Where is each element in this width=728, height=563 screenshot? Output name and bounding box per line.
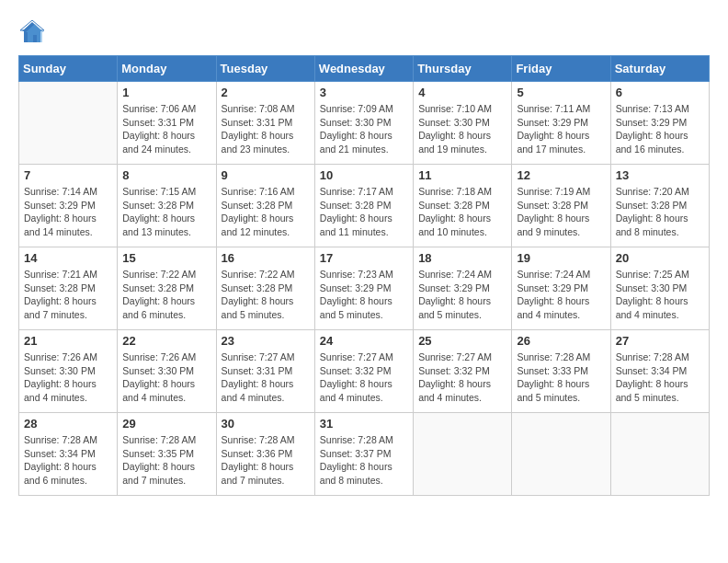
calendar-cell: 3Sunrise: 7:09 AM Sunset: 3:30 PM Daylig… xyxy=(314,82,413,165)
day-number: 8 xyxy=(122,168,210,182)
calendar-header-row: SundayMondayTuesdayWednesdayThursdayFrid… xyxy=(19,56,710,82)
day-content: Sunrise: 7:16 AM Sunset: 3:28 PM Dayligh… xyxy=(222,185,310,239)
day-content: Sunrise: 7:14 AM Sunset: 3:29 PM Dayligh… xyxy=(24,185,112,239)
calendar-week-row: 1Sunrise: 7:06 AM Sunset: 3:31 PM Daylig… xyxy=(19,82,710,165)
calendar-cell: 18Sunrise: 7:24 AM Sunset: 3:29 PM Dayli… xyxy=(414,247,512,330)
day-number: 25 xyxy=(418,334,506,348)
calendar-cell: 14Sunrise: 7:21 AM Sunset: 3:28 PM Dayli… xyxy=(19,247,118,330)
day-number: 13 xyxy=(616,168,704,182)
day-number: 26 xyxy=(517,334,605,348)
day-number: 20 xyxy=(616,251,704,265)
day-content: Sunrise: 7:22 AM Sunset: 3:28 PM Dayligh… xyxy=(122,268,210,322)
day-number: 29 xyxy=(122,417,210,431)
calendar-cell: 6Sunrise: 7:13 AM Sunset: 3:29 PM Daylig… xyxy=(610,82,709,165)
calendar-cell: 23Sunrise: 7:27 AM Sunset: 3:31 PM Dayli… xyxy=(216,330,314,413)
day-content: Sunrise: 7:17 AM Sunset: 3:28 PM Dayligh… xyxy=(320,185,408,239)
day-number: 19 xyxy=(517,251,605,265)
calendar-cell: 4Sunrise: 7:10 AM Sunset: 3:30 PM Daylig… xyxy=(414,82,512,165)
day-content: Sunrise: 7:10 AM Sunset: 3:30 PM Dayligh… xyxy=(418,102,506,156)
day-content: Sunrise: 7:24 AM Sunset: 3:29 PM Dayligh… xyxy=(418,268,506,322)
day-content: Sunrise: 7:18 AM Sunset: 3:28 PM Dayligh… xyxy=(418,185,506,239)
page-header xyxy=(18,18,710,46)
calendar-cell: 5Sunrise: 7:11 AM Sunset: 3:29 PM Daylig… xyxy=(512,82,610,165)
calendar-day-header: Monday xyxy=(118,56,216,82)
day-content: Sunrise: 7:13 AM Sunset: 3:29 PM Dayligh… xyxy=(616,102,704,156)
day-number: 28 xyxy=(24,417,112,431)
day-content: Sunrise: 7:28 AM Sunset: 3:36 PM Dayligh… xyxy=(222,433,310,488)
calendar-cell: 12Sunrise: 7:19 AM Sunset: 3:28 PM Dayli… xyxy=(512,165,610,247)
calendar-table: SundayMondayTuesdayWednesdayThursdayFrid… xyxy=(18,55,710,496)
day-number: 5 xyxy=(517,86,605,99)
logo xyxy=(18,18,50,46)
day-content: Sunrise: 7:15 AM Sunset: 3:28 PM Dayligh… xyxy=(122,185,210,239)
day-content: Sunrise: 7:21 AM Sunset: 3:28 PM Dayligh… xyxy=(24,268,112,322)
day-content: Sunrise: 7:28 AM Sunset: 3:35 PM Dayligh… xyxy=(122,433,210,488)
calendar-week-row: 7Sunrise: 7:14 AM Sunset: 3:29 PM Daylig… xyxy=(19,165,710,247)
calendar-cell: 20Sunrise: 7:25 AM Sunset: 3:30 PM Dayli… xyxy=(610,247,709,330)
day-content: Sunrise: 7:27 AM Sunset: 3:32 PM Dayligh… xyxy=(320,350,408,405)
day-content: Sunrise: 7:26 AM Sunset: 3:30 PM Dayligh… xyxy=(24,350,112,405)
calendar-header: SundayMondayTuesdayWednesdayThursdayFrid… xyxy=(19,56,710,82)
day-number: 10 xyxy=(320,168,408,182)
calendar-cell: 30Sunrise: 7:28 AM Sunset: 3:36 PM Dayli… xyxy=(216,413,314,496)
day-content: Sunrise: 7:25 AM Sunset: 3:30 PM Dayligh… xyxy=(616,268,704,322)
day-content: Sunrise: 7:19 AM Sunset: 3:28 PM Dayligh… xyxy=(517,185,605,239)
calendar-cell: 31Sunrise: 7:28 AM Sunset: 3:37 PM Dayli… xyxy=(314,413,413,496)
calendar-day-header: Thursday xyxy=(414,56,512,82)
day-number: 18 xyxy=(418,251,506,265)
day-number: 17 xyxy=(320,251,408,265)
day-content: Sunrise: 7:28 AM Sunset: 3:37 PM Dayligh… xyxy=(320,433,408,488)
day-number: 2 xyxy=(222,86,310,99)
calendar-cell: 28Sunrise: 7:28 AM Sunset: 3:34 PM Dayli… xyxy=(19,413,118,496)
calendar-cell: 27Sunrise: 7:28 AM Sunset: 3:34 PM Dayli… xyxy=(610,330,709,413)
day-content: Sunrise: 7:26 AM Sunset: 3:30 PM Dayligh… xyxy=(122,350,210,405)
day-content: Sunrise: 7:27 AM Sunset: 3:32 PM Dayligh… xyxy=(418,350,506,405)
calendar-cell: 29Sunrise: 7:28 AM Sunset: 3:35 PM Dayli… xyxy=(118,413,216,496)
day-number: 16 xyxy=(222,251,310,265)
calendar-day-header: Sunday xyxy=(19,56,118,82)
calendar-cell: 26Sunrise: 7:28 AM Sunset: 3:33 PM Dayli… xyxy=(512,330,610,413)
calendar-week-row: 28Sunrise: 7:28 AM Sunset: 3:34 PM Dayli… xyxy=(19,413,710,496)
day-content: Sunrise: 7:27 AM Sunset: 3:31 PM Dayligh… xyxy=(222,350,310,405)
calendar-cell: 2Sunrise: 7:08 AM Sunset: 3:31 PM Daylig… xyxy=(216,82,314,165)
day-content: Sunrise: 7:11 AM Sunset: 3:29 PM Dayligh… xyxy=(517,102,605,156)
day-number: 1 xyxy=(122,86,210,99)
day-number: 22 xyxy=(122,334,210,348)
day-number: 3 xyxy=(320,86,408,99)
calendar-cell: 7Sunrise: 7:14 AM Sunset: 3:29 PM Daylig… xyxy=(19,165,118,247)
calendar-day-header: Tuesday xyxy=(216,56,314,82)
day-number: 15 xyxy=(122,251,210,265)
day-number: 21 xyxy=(24,334,112,348)
day-number: 4 xyxy=(418,86,506,99)
calendar-cell: 24Sunrise: 7:27 AM Sunset: 3:32 PM Dayli… xyxy=(314,330,413,413)
calendar-day-header: Saturday xyxy=(610,56,709,82)
calendar-cell: 21Sunrise: 7:26 AM Sunset: 3:30 PM Dayli… xyxy=(19,330,118,413)
calendar-cell: 19Sunrise: 7:24 AM Sunset: 3:29 PM Dayli… xyxy=(512,247,610,330)
day-content: Sunrise: 7:24 AM Sunset: 3:29 PM Dayligh… xyxy=(517,268,605,322)
logo-icon xyxy=(18,18,46,46)
calendar-day-header: Friday xyxy=(512,56,610,82)
day-content: Sunrise: 7:28 AM Sunset: 3:34 PM Dayligh… xyxy=(616,350,704,405)
calendar-week-row: 14Sunrise: 7:21 AM Sunset: 3:28 PM Dayli… xyxy=(19,247,710,330)
day-number: 31 xyxy=(320,417,408,431)
calendar-cell: 8Sunrise: 7:15 AM Sunset: 3:28 PM Daylig… xyxy=(118,165,216,247)
calendar-cell xyxy=(414,413,512,496)
day-number: 24 xyxy=(320,334,408,348)
day-content: Sunrise: 7:06 AM Sunset: 3:31 PM Dayligh… xyxy=(122,102,210,156)
calendar-body: 1Sunrise: 7:06 AM Sunset: 3:31 PM Daylig… xyxy=(19,82,710,496)
day-number: 23 xyxy=(222,334,310,348)
day-number: 27 xyxy=(616,334,704,348)
day-number: 14 xyxy=(24,251,112,265)
calendar-cell: 13Sunrise: 7:20 AM Sunset: 3:28 PM Dayli… xyxy=(610,165,709,247)
day-number: 6 xyxy=(616,86,704,99)
calendar-cell: 16Sunrise: 7:22 AM Sunset: 3:28 PM Dayli… xyxy=(216,247,314,330)
calendar-cell: 1Sunrise: 7:06 AM Sunset: 3:31 PM Daylig… xyxy=(118,82,216,165)
day-content: Sunrise: 7:20 AM Sunset: 3:28 PM Dayligh… xyxy=(616,185,704,239)
calendar-cell: 15Sunrise: 7:22 AM Sunset: 3:28 PM Dayli… xyxy=(118,247,216,330)
day-content: Sunrise: 7:22 AM Sunset: 3:28 PM Dayligh… xyxy=(222,268,310,322)
calendar-cell: 17Sunrise: 7:23 AM Sunset: 3:29 PM Dayli… xyxy=(314,247,413,330)
day-content: Sunrise: 7:23 AM Sunset: 3:29 PM Dayligh… xyxy=(320,268,408,322)
day-content: Sunrise: 7:08 AM Sunset: 3:31 PM Dayligh… xyxy=(222,102,310,156)
day-content: Sunrise: 7:28 AM Sunset: 3:34 PM Dayligh… xyxy=(24,433,112,488)
calendar-cell: 11Sunrise: 7:18 AM Sunset: 3:28 PM Dayli… xyxy=(414,165,512,247)
